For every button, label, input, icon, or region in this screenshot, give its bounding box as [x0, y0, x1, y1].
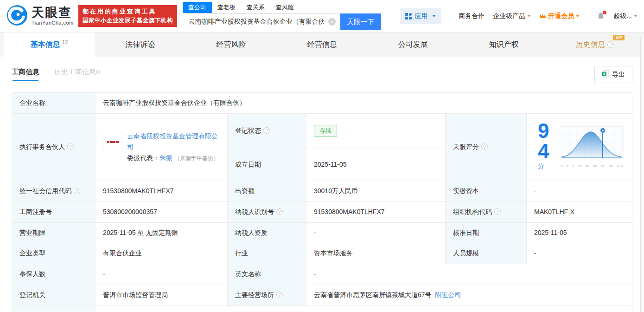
field-value-reg-status: 存续 [306, 113, 446, 149]
section-tabbar: 基本信息 12 法律诉讼 经营风险 经营信息 公司发展 知识产权 VIP 历史信… [0, 32, 644, 57]
search-tabs: 查公司 查老板 查关系 查风险 [183, 2, 381, 13]
field-value-managing-partner: 云南省股权投资基金管理有限公司 委派代表：朱振 （来源于中基协） [96, 113, 228, 181]
status-badge: 存续 [314, 125, 337, 137]
rep-name-link[interactable]: 朱振 [159, 154, 172, 162]
nav-open-vip-label: 开通会员 [548, 12, 574, 20]
score-distribution-chart: 01 315 5085 9799 100 [560, 126, 624, 168]
field-value-org-code: MAK0TLHF-X [527, 202, 632, 223]
search-block: 查公司 查老板 查关系 查风险 × 天眼一下 [183, 2, 381, 30]
tab-legal[interactable]: 法律诉讼 [95, 32, 185, 57]
partner-logo-thumbnail [103, 133, 122, 152]
field-label-managing-partner: 执行事务合伙人? [12, 113, 96, 181]
table-row: 统一社会信用代码? 91530800MAK0TLHFX7 出资额 30010万人… [12, 181, 632, 202]
field-label-reg-status: 登记状态? [228, 113, 306, 149]
help-icon[interactable]: ? [276, 208, 283, 215]
tab-basic-info-label: 基本信息 [30, 40, 60, 50]
business-info-table: 企业名称 云南咖啡产业股权投资基金合伙企业（有限合伙） 执行事务合伙人? 云南省… [12, 92, 632, 312]
search-button[interactable]: 天眼一下 [340, 13, 381, 30]
chevron-down-icon [576, 15, 580, 17]
logo-text: 天眼查 [32, 6, 74, 19]
apps-menu[interactable]: 应用 [400, 8, 441, 24]
search-tab-relation[interactable]: 查关系 [241, 2, 270, 13]
slogan-line2: 国家中小企业发展子基金旗下机构 [83, 16, 173, 25]
table-row: 登记机关 普洱市市场监督管理局 主要经营场所? 云南省普洱市思茅区南屏镇茶城大道… [12, 285, 632, 306]
field-value-business-term: 2025-11-05 至 无固定期限 [96, 222, 228, 243]
nav-cooperation[interactable]: 商务合作 [459, 12, 485, 20]
nav-account[interactable]: 超级... [613, 12, 638, 20]
divider [588, 13, 588, 20]
nav-enterprise[interactable]: 企业级产品 [493, 12, 531, 20]
scrollbar[interactable] [640, 37, 644, 312]
field-value-credit-code: 91530800MAK0TLHFX7 [96, 181, 228, 202]
search-tab-boss[interactable]: 查老板 [212, 2, 241, 13]
field-label-english-name: 英文名称 [228, 264, 306, 285]
field-value-staff-size: - [527, 243, 632, 264]
tab-company-development[interactable]: 公司发展 [368, 32, 459, 57]
help-icon[interactable]: ? [276, 292, 283, 298]
field-label-reg-number: 工商注册号 [12, 202, 96, 223]
nav-enterprise-label: 企业级产品 [493, 12, 525, 20]
field-label-business-address: 主要经营场所? [228, 285, 306, 306]
table-row: 经营范围? 一般项目：以私募基金从事股权投资、投资管理、资产管理等活动（须在中国… [12, 306, 632, 312]
field-label-reg-authority: 登记机关 [12, 285, 96, 306]
search-input[interactable] [183, 13, 340, 30]
field-label-establish-date: 成立日期 [228, 149, 306, 181]
field-value-company-name: 云南咖啡产业股权投资基金合伙企业（有限合伙） [96, 93, 632, 114]
tianyancha-logo[interactable]: 天眼查 TianYanCha.com [6, 5, 74, 28]
tab-history-info[interactable]: VIP 历史信息 ? [549, 32, 640, 57]
subtab-history-registration[interactable]: 历史工商信息0 [54, 68, 100, 81]
search-tab-company[interactable]: 查公司 [183, 2, 212, 13]
score-value: 94 [538, 119, 549, 162]
nearby-companies-link[interactable]: 附近公司 [435, 291, 461, 299]
search-tab-risk[interactable]: 查风险 [270, 2, 300, 13]
field-label-insured-count: 参保人数 [12, 264, 96, 285]
field-label-contribution: 出资额 [228, 181, 306, 202]
tab-basic-info[interactable]: 基本信息 12 [4, 32, 95, 57]
table-row: 参保人数 - 英文名称 - [12, 264, 632, 285]
field-value-establish-date: 2025-11-05 [306, 149, 446, 181]
field-value-insured-count: - [96, 264, 228, 285]
brand-slogan-badge: 都在用的商业查询工具 国家中小企业发展子基金旗下机构 [78, 5, 177, 27]
rep-source: （来源于中基协） [174, 155, 219, 162]
nav-account-label: 超级... [613, 12, 632, 20]
help-icon[interactable]: ? [67, 143, 74, 150]
field-label-business-scope: 经营范围? [12, 306, 96, 312]
help-icon[interactable]: ? [263, 127, 270, 134]
field-value-business-scope: 一般项目：以私募基金从事股权投资、投资管理、资产管理等活动（须在中国证券投资基金… [96, 306, 632, 312]
field-label-business-term: 营业期限 [12, 222, 96, 243]
clear-search-icon[interactable]: × [328, 18, 336, 26]
tab-basic-info-count: 12 [62, 39, 68, 46]
partner-company-link[interactable]: 云南省股权投资基金管理有限公司 [127, 132, 218, 150]
score-unit: 分 [538, 162, 544, 169]
tab-operation-risk[interactable]: 经营风险 [185, 32, 276, 57]
field-label-company-name: 企业名称 [12, 93, 96, 114]
notifications-bell-icon[interactable] [597, 12, 605, 20]
help-icon[interactable]: ? [607, 41, 614, 48]
eye-logo-icon [6, 5, 28, 28]
tab-intellectual-property[interactable]: 知识产权 [459, 32, 549, 57]
field-label-paid-capital: 实缴资本 [446, 181, 527, 202]
notification-dot [603, 11, 606, 14]
help-icon[interactable]: ? [494, 208, 501, 215]
help-icon[interactable]: ? [481, 143, 488, 150]
chevron-down-icon [432, 15, 436, 17]
help-icon[interactable]: ? [74, 188, 80, 194]
apps-label: 应用 [414, 12, 427, 20]
field-value-score: 94分 [527, 113, 632, 181]
svg-text:X: X [603, 72, 606, 76]
field-value-business-address: 云南省普洱市思茅区南屏镇茶城大道67号 附近公司 [306, 285, 632, 306]
field-label-industry: 行业 [228, 243, 306, 264]
logo-domain: TianYanCha.com [32, 20, 74, 26]
field-value-paid-capital: - [527, 181, 632, 202]
export-button[interactable]: X 导出 [594, 66, 632, 83]
field-label-score: 天眼评分? [446, 113, 527, 181]
nav-open-vip[interactable]: 开通会员 [539, 12, 580, 20]
slogan-line1: 都在用的商业查询工具 [83, 7, 173, 16]
tab-business-info[interactable]: 经营信息 [276, 32, 367, 57]
field-label-taxpayer-quality: 纳税人资质 [228, 222, 306, 243]
header: 天眼查 TianYanCha.com 都在用的商业查询工具 国家中小企业发展子基… [0, 0, 644, 32]
table-row: 执行事务合伙人? 云南省股权投资基金管理有限公司 委派代表：朱振 （来源于中基协… [12, 113, 632, 149]
score-chart-axis: 01 315 5085 9799 100 [561, 164, 623, 168]
export-button-label: 导出 [612, 71, 625, 79]
subtab-business-registration[interactable]: 工商信息 [12, 68, 39, 81]
